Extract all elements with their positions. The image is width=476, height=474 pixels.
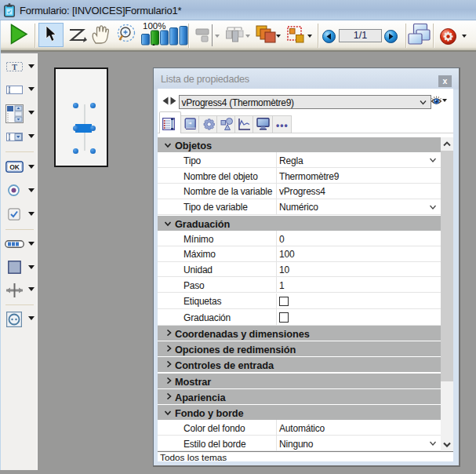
svg-text:OK: OK xyxy=(9,163,20,171)
svg-text:T: T xyxy=(12,63,17,71)
